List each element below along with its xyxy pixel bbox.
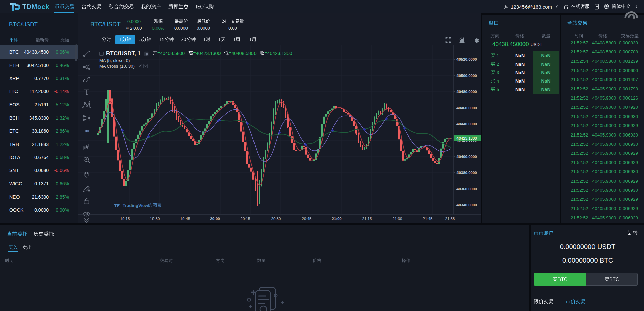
svg-text:21:30: 21:30 xyxy=(393,217,402,221)
svg-text:19:45: 19:45 xyxy=(180,217,190,221)
svg-text:20:00: 20:00 xyxy=(210,217,220,221)
svg-text:21:00: 21:00 xyxy=(332,217,341,221)
svg-text:40400.0000: 40400.0000 xyxy=(456,155,477,159)
svg-text:19:30: 19:30 xyxy=(150,217,160,221)
svg-text:20:45: 20:45 xyxy=(302,217,312,221)
svg-text:40380.0000: 40380.0000 xyxy=(456,171,477,175)
svg-text:40340.0000: 40340.0000 xyxy=(456,203,477,207)
svg-text:21:58: 21:58 xyxy=(445,217,455,221)
svg-text:40423.1300: 40423.1300 xyxy=(456,136,477,140)
svg-text:40500.0000: 40500.0000 xyxy=(456,74,477,78)
svg-text:40460.0000: 40460.0000 xyxy=(456,106,477,110)
svg-text:40480.0000: 40480.0000 xyxy=(456,90,477,94)
svg-text:20:15: 20:15 xyxy=(241,217,250,221)
svg-text:40440.0000: 40440.0000 xyxy=(456,122,477,126)
svg-text:40360.0000: 40360.0000 xyxy=(456,187,477,191)
svg-text:20:30: 20:30 xyxy=(271,217,281,221)
svg-text:21:15: 21:15 xyxy=(362,217,372,221)
svg-text:40520.0000: 40520.0000 xyxy=(456,57,477,61)
svg-text:19:15: 19:15 xyxy=(120,217,130,221)
svg-text:21:45: 21:45 xyxy=(423,217,433,221)
